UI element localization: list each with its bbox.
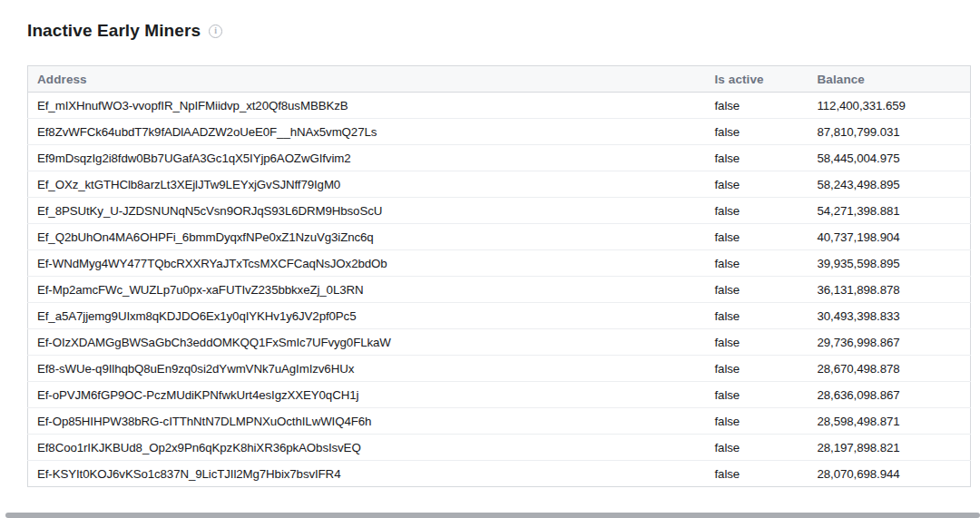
- table-row: Ef-oPVJM6fGP9OC-PczMUdiKPNfwkUrt4esIgzXX…: [28, 382, 971, 408]
- balance-cell: 28,197,898.821: [808, 435, 971, 461]
- address-cell: Ef8Coo1rIKJKBUd8_Op2x9Pn6qKpzK8hiXR36pkA…: [28, 435, 706, 461]
- is-active-cell: false: [706, 171, 808, 198]
- table-row: Ef-KSYIt0KOJ6vKSo1c837N_9LicTJIl2Mg7Hbix…: [28, 461, 971, 487]
- is-active-cell: false: [706, 198, 808, 224]
- inactive-early-miners-section: Inactive Early Miners i Address Is activ…: [0, 0, 980, 487]
- column-header-balance: Balance: [808, 66, 971, 93]
- address-cell: Ef-WNdMyg4WY477TQbcRXXRYaJTxTcsMXCFCaqNs…: [28, 250, 706, 277]
- is-active-cell: false: [706, 93, 808, 119]
- is-active-cell: false: [706, 382, 808, 408]
- address-cell: Ef_mIXHnufWO3-vvopfIR_NpIFMiidvp_xt20Qf8…: [28, 93, 706, 119]
- column-header-is-active: Is active: [706, 66, 808, 93]
- address-cell: Ef-Mp2amcFWc_WUZLp7u0px-xaFUTIvZ235bbkxe…: [28, 277, 706, 303]
- table-row: Ef-Op85HIHPW38bRG-cITThNtN7DLMPNXuOcthIL…: [28, 408, 971, 435]
- column-header-address: Address: [28, 66, 706, 93]
- section-header: Inactive Early Miners i: [27, 20, 970, 42]
- is-active-cell: false: [706, 408, 808, 435]
- table-row: Ef_Q2bUhOn4MA6OHPFi_6bmmDyqxfNPe0xZ1NzuV…: [28, 224, 971, 250]
- address-cell: Ef9mDsqzIg2i8fdw0Bb7UGafA3Gc1qX5IYjp6AOZ…: [28, 145, 706, 171]
- address-cell: Ef-Op85HIHPW38bRG-cITThNtN7DLMPNXuOcthIL…: [28, 408, 706, 435]
- is-active-cell: false: [706, 224, 808, 250]
- balance-cell: 28,670,498.878: [808, 356, 971, 382]
- balance-cell: 28,070,698.944: [808, 461, 971, 487]
- balance-cell: 28,598,498.871: [808, 408, 971, 435]
- balance-cell: 87,810,799.031: [808, 119, 971, 145]
- horizontal-scrollbar[interactable]: [5, 513, 980, 518]
- table-row: Ef_8PSUtKy_U-JZDSNUNqN5cVsn9ORJqS93L6DRM…: [28, 198, 971, 224]
- table-row: Ef-WNdMyg4WY477TQbcRXXRYaJTxTcsMXCFCaqNs…: [28, 250, 971, 277]
- is-active-cell: false: [706, 435, 808, 461]
- address-cell: Ef-OIzXDAMGgBWSaGbCh3eddOMKQQ1FxSmIc7UFv…: [28, 329, 706, 356]
- balance-cell: 40,737,198.904: [808, 224, 971, 250]
- is-active-cell: false: [706, 461, 808, 487]
- info-icon[interactable]: i: [209, 24, 222, 38]
- address-cell: Ef-oPVJM6fGP9OC-PczMUdiKPNfwkUrt4esIgzXX…: [28, 382, 706, 408]
- address-cell: Ef8ZvWFCk64ubdT7k9fADlAADZW2oUeE0F__hNAx…: [28, 119, 706, 145]
- balance-cell: 58,243,498.895: [808, 171, 971, 198]
- table-row: Ef8Coo1rIKJKBUd8_Op2x9Pn6qKpzK8hiXR36pkA…: [28, 435, 971, 461]
- table-row: Ef_mIXHnufWO3-vvopfIR_NpIFMiidvp_xt20Qf8…: [28, 93, 971, 119]
- is-active-cell: false: [706, 119, 808, 145]
- table-row: Ef-OIzXDAMGgBWSaGbCh3eddOMKQQ1FxSmIc7UFv…: [28, 329, 971, 356]
- is-active-cell: false: [706, 277, 808, 303]
- miners-table-body: Ef_mIXHnufWO3-vvopfIR_NpIFMiidvp_xt20Qf8…: [28, 93, 971, 487]
- table-row: Ef_a5A7jjemg9UIxm8qKDJDO6Ex1y0qIYKHv1y6J…: [28, 303, 971, 329]
- is-active-cell: false: [706, 329, 808, 356]
- table-row: Ef8-sWUe-q9IlhqbQ8uEn9zq0si2dYwmVNk7uAgI…: [28, 356, 971, 382]
- balance-cell: 112,400,331.659: [808, 93, 971, 119]
- table-row: Ef_OXz_ktGTHClb8arzLt3XEjlJTw9LEYxjGvSJN…: [28, 171, 971, 198]
- is-active-cell: false: [706, 356, 808, 382]
- table-row: Ef8ZvWFCk64ubdT7k9fADlAADZW2oUeE0F__hNAx…: [28, 119, 971, 145]
- miners-table: Address Is active Balance Ef_mIXHnufWO3-…: [27, 65, 971, 487]
- is-active-cell: false: [706, 250, 808, 277]
- balance-cell: 29,736,998.867: [808, 329, 971, 356]
- address-cell: Ef-KSYIt0KOJ6vKSo1c837N_9LicTJIl2Mg7Hbix…: [28, 461, 706, 487]
- address-cell: Ef_Q2bUhOn4MA6OHPFi_6bmmDyqxfNPe0xZ1NzuV…: [28, 224, 706, 250]
- miners-table-header: Address Is active Balance: [28, 66, 971, 93]
- page-title: Inactive Early Miners: [27, 20, 201, 42]
- is-active-cell: false: [706, 303, 808, 329]
- balance-cell: 58,445,004.975: [808, 145, 971, 171]
- table-row: Ef9mDsqzIg2i8fdw0Bb7UGafA3Gc1qX5IYjp6AOZ…: [28, 145, 971, 171]
- balance-cell: 54,271,398.881: [808, 198, 971, 224]
- balance-cell: 39,935,598.895: [808, 250, 971, 277]
- balance-cell: 28,636,098.867: [808, 382, 971, 408]
- is-active-cell: false: [706, 145, 808, 171]
- balance-cell: 30,493,398.833: [808, 303, 971, 329]
- address-cell: Ef8-sWUe-q9IlhqbQ8uEn9zq0si2dYwmVNk7uAgI…: [28, 356, 706, 382]
- address-cell: Ef_a5A7jjemg9UIxm8qKDJDO6Ex1y0qIYKHv1y6J…: [28, 303, 706, 329]
- table-row: Ef-Mp2amcFWc_WUZLp7u0px-xaFUTIvZ235bbkxe…: [28, 277, 971, 303]
- address-cell: Ef_OXz_ktGTHClb8arzLt3XEjlJTw9LEYxjGvSJN…: [28, 171, 706, 198]
- balance-cell: 36,131,898.878: [808, 277, 971, 303]
- address-cell: Ef_8PSUtKy_U-JZDSNUNqN5cVsn9ORJqS93L6DRM…: [28, 198, 706, 224]
